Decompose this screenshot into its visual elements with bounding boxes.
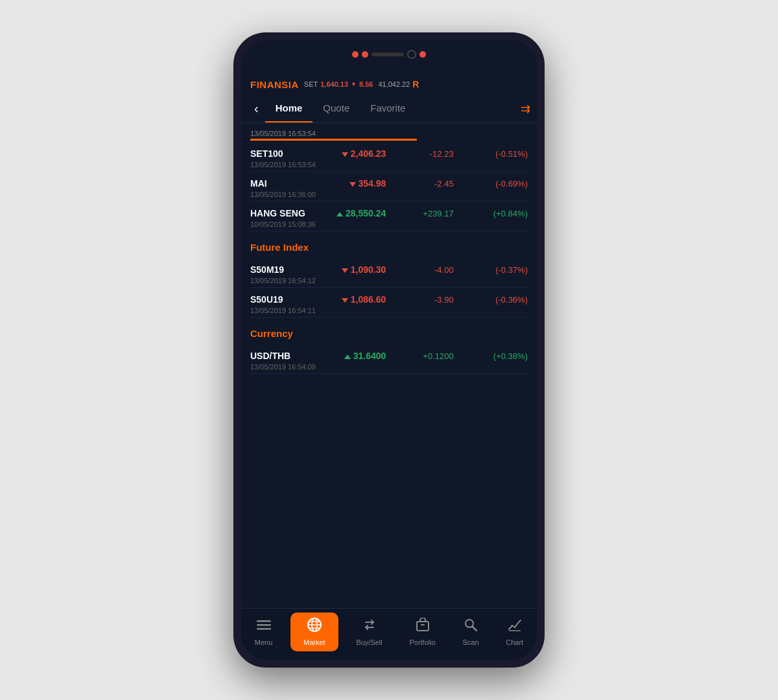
stock-change: +0.1200 (415, 351, 454, 361)
nav-buysell[interactable]: Buy/Sell (347, 612, 391, 651)
stock-pct: (-0.51%) (482, 149, 528, 159)
top-timestamp: 13/05/2019 16:53:54 (250, 130, 316, 137)
down-arrow-icon (342, 152, 348, 157)
portfolio-icon (416, 618, 430, 636)
stock-time: 13/05/2019 16:54:09 (250, 363, 528, 371)
nav-menu[interactable]: Menu (246, 612, 282, 651)
notch-center (344, 45, 434, 64)
list-item[interactable]: SET100 2,406.23 -12.23 (-0.51%) 13/05/20… (250, 142, 528, 172)
set-arrow-icon: ▼ (351, 81, 357, 88)
tab-home[interactable]: Home (265, 95, 313, 122)
main-content: 13/05/2019 16:53:54 SET100 2,406.23 -12.… (241, 123, 537, 608)
stock-pct: (-0.37%) (482, 265, 528, 275)
stock-name: S50U19 (250, 294, 305, 305)
currency-section-header: Currency (250, 318, 528, 344)
set-value: 1,640.13 (320, 80, 348, 88)
list-item[interactable]: USD/THB 31.6400 +0.1200 (+0.38%) 13/05/2… (250, 344, 528, 374)
stock-change: -4.00 (415, 265, 454, 275)
nav-scan-label: Scan (462, 638, 478, 646)
stock-price: 28,550.24 (334, 208, 386, 218)
stock-change: -2.45 (415, 179, 454, 189)
down-arrow-icon (342, 268, 348, 273)
r-badge: R (412, 79, 419, 89)
down-arrow-icon (349, 182, 356, 187)
nav-market[interactable]: Market (290, 612, 338, 651)
stock-time: 13/05/2019 16:36:00 (250, 191, 528, 198)
up-arrow-icon (336, 212, 343, 216)
stock-name: HANG SENG (250, 208, 305, 218)
list-item[interactable]: MAI 354.98 -2.45 (-0.69%) 13/05/2019 16:… (250, 172, 528, 202)
up-arrow-icon (344, 355, 351, 359)
status-bar: FINANSIA SET 1,640.13 ▼ 8.56 41,042.22 R (241, 74, 537, 95)
stock-price: 2,406.23 (334, 148, 386, 159)
stock-time: 13/05/2019 16:54:12 (250, 277, 528, 285)
svg-rect-9 (421, 624, 425, 625)
app-logo: FINANSIA (250, 79, 299, 90)
stock-name: MAI (250, 178, 305, 189)
buysell-icon (362, 618, 377, 636)
svg-rect-8 (417, 622, 429, 631)
market-icon (307, 618, 322, 636)
nav-chart[interactable]: Chart (497, 612, 532, 651)
svg-rect-1 (257, 624, 271, 626)
stock-time: 13/05/2019 16:53:54 (250, 161, 528, 169)
stock-pct: (+0.84%) (482, 209, 528, 218)
scan-icon (464, 618, 478, 636)
notch-dot-mid (362, 51, 368, 58)
notch-pill (371, 52, 404, 56)
list-item[interactable]: S50M19 1,090.30 -4.00 (-0.37%) 13/05/201… (250, 258, 528, 288)
list-item[interactable]: HANG SENG 28,550.24 +239.17 (+0.84%) 10/… (250, 202, 528, 231)
nav-chart-label: Chart (506, 638, 523, 646)
list-item[interactable]: S50U19 1,086.60 -3.90 (-0.36%) 13/05/201… (250, 288, 528, 318)
svg-line-11 (473, 626, 477, 631)
back-button[interactable]: ‹ (248, 101, 265, 116)
future-index-section-header: Future Index (250, 231, 528, 258)
nav-scan[interactable]: Scan (453, 612, 488, 651)
progress-bar (250, 139, 417, 141)
stock-time: 10/05/2019 15:08:36 (250, 220, 528, 228)
notch-bar (241, 40, 537, 74)
stock-change: -3.90 (415, 295, 454, 305)
phone-screen: FINANSIA SET 1,640.13 ▼ 8.56 41,042.22 R… (241, 40, 537, 660)
stock-name: SET100 (250, 148, 305, 159)
forward-icon[interactable]: ⇉ (521, 102, 530, 116)
index-value: 41,042.22 (378, 80, 410, 88)
set-label: SET (304, 80, 318, 88)
nav-portfolio-label: Portfolio (409, 638, 435, 646)
chart-icon (508, 618, 522, 636)
stock-price: 354.98 (334, 178, 386, 189)
stock-pct: (-0.36%) (482, 295, 528, 305)
svg-rect-0 (257, 620, 271, 622)
set-change: 8.56 (359, 80, 373, 88)
market-status: SET 1,640.13 ▼ 8.56 41,042.22 R (304, 79, 419, 89)
logo-text: INANSIA (257, 79, 299, 90)
stock-name: USD/THB (250, 351, 305, 361)
stock-pct: (+0.38%) (482, 351, 528, 361)
tab-quote[interactable]: Quote (312, 95, 360, 122)
logo-f-letter: F (250, 79, 257, 90)
stock-price: 1,090.30 (334, 264, 386, 275)
notch-camera (407, 50, 416, 59)
svg-rect-2 (257, 628, 271, 630)
phone-device: FINANSIA SET 1,640.13 ▼ 8.56 41,042.22 R… (233, 32, 545, 668)
nav-menu-label: Menu (255, 638, 273, 646)
stock-pct: (-0.69%) (482, 179, 528, 189)
menu-icon (257, 618, 271, 636)
bottom-navigation: Menu Market (241, 608, 537, 660)
notch-dot-right (419, 51, 426, 58)
stock-name: S50M19 (250, 264, 305, 275)
notch-dot-left (352, 51, 359, 58)
stock-time: 13/05/2019 16:54:11 (250, 307, 528, 314)
tab-favorite[interactable]: Favorite (360, 95, 416, 122)
stock-price: 1,086.60 (334, 294, 386, 305)
nav-buysell-label: Buy/Sell (356, 638, 382, 646)
navigation-tabs: ‹ Home Quote Favorite ⇉ (241, 95, 537, 123)
nav-market-label: Market (303, 638, 325, 646)
stock-change: -12.23 (415, 149, 454, 159)
down-arrow-icon (342, 298, 348, 303)
nav-portfolio[interactable]: Portfolio (400, 612, 444, 651)
timestamp-bar: 13/05/2019 16:53:54 (250, 123, 528, 142)
stock-change: +239.17 (415, 209, 454, 218)
stock-price: 31.6400 (334, 351, 386, 361)
